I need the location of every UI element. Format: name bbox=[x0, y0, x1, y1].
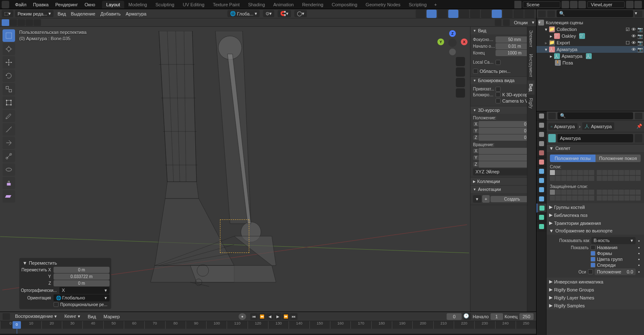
jump-start-icon[interactable]: ⏮ bbox=[250, 313, 258, 320]
tool-move[interactable] bbox=[3, 56, 15, 69]
props-options-icon[interactable] bbox=[635, 113, 642, 119]
ptab-viewlayer[interactable] bbox=[537, 130, 546, 139]
shading-rendered[interactable] bbox=[514, 10, 524, 18]
in-front-checkbox[interactable] bbox=[590, 263, 595, 268]
current-frame-field[interactable]: 0 bbox=[447, 313, 462, 320]
fake-user-icon[interactable] bbox=[635, 134, 642, 142]
cursor-ry-field[interactable]: 0° bbox=[479, 155, 534, 161]
section-skeleton[interactable]: ▼Скелет bbox=[547, 144, 644, 152]
xray-toggle[interactable] bbox=[470, 10, 480, 18]
play-icon[interactable]: ▶ bbox=[274, 313, 282, 320]
viewlayer-new-icon[interactable] bbox=[626, 1, 634, 8]
tool-cursor[interactable] bbox=[3, 43, 15, 55]
timeline-track[interactable] bbox=[0, 329, 536, 334]
menu-select[interactable]: Выделение bbox=[69, 11, 98, 16]
scene-new-icon[interactable] bbox=[562, 1, 569, 8]
shading-wireframe[interactable] bbox=[481, 10, 491, 18]
eye-icon[interactable]: 👁 bbox=[631, 27, 636, 32]
select-mode-box[interactable] bbox=[2, 19, 9, 26]
proportional-checkbox[interactable] bbox=[54, 302, 59, 307]
overlay-dropdown[interactable] bbox=[459, 10, 469, 18]
section-ik[interactable]: ▶Инверсная кинематика bbox=[547, 278, 644, 286]
section-bone-groups[interactable]: ▶Группы костей bbox=[547, 203, 644, 211]
transform-header[interactable]: ▼Переместить bbox=[21, 260, 110, 266]
menu-edit[interactable]: Правка bbox=[30, 2, 52, 7]
blender-logo-icon[interactable] bbox=[2, 1, 9, 8]
viewlayer-delete-icon[interactable] bbox=[634, 1, 642, 8]
scene-icon[interactable] bbox=[514, 1, 521, 8]
cursor-rx-field[interactable]: 0° bbox=[479, 148, 534, 154]
axis-y-icon[interactable]: Y bbox=[437, 39, 444, 45]
header-icon-2[interactable] bbox=[503, 19, 510, 26]
header-icon-1[interactable] bbox=[495, 19, 501, 26]
visibility-icon[interactable] bbox=[416, 10, 426, 18]
timeline-ruler[interactable]: 0 01020304050607080901001101201301401501… bbox=[0, 321, 536, 329]
section-viewport-display[interactable]: ▼Отображение во вьюпорте bbox=[547, 227, 644, 234]
timeline-keying[interactable]: Кеинг ▾ bbox=[62, 314, 83, 319]
crumb-data[interactable]: 人Арматура bbox=[582, 122, 614, 130]
end-frame-field[interactable]: 250 bbox=[519, 313, 534, 320]
props-search[interactable]: 🔍 bbox=[557, 112, 633, 119]
ptab-object[interactable] bbox=[537, 157, 546, 167]
3d-viewport[interactable]: Пользовательская перспектива (0) Арматур… bbox=[0, 27, 536, 312]
section-rigify-samples[interactable]: ▶Rigify Samples bbox=[547, 302, 644, 309]
render-icon[interactable]: 📷 bbox=[637, 47, 642, 52]
move-y-field[interactable]: 0.033722 m bbox=[54, 273, 110, 280]
tool-bone-size[interactable] bbox=[3, 150, 15, 162]
render-icon[interactable]: 📷 bbox=[637, 34, 642, 39]
timeline-view[interactable]: Вид bbox=[85, 314, 99, 319]
outliner-type-icon[interactable] bbox=[538, 10, 546, 17]
tool-extrude[interactable] bbox=[3, 177, 15, 189]
shading-dropdown[interactable] bbox=[524, 10, 534, 18]
rest-position-button[interactable]: Положение покоя bbox=[595, 155, 641, 162]
node-export[interactable]: ▸ 📁Export☐👁📷 bbox=[537, 39, 644, 46]
editor-type-dropdown[interactable]: ⬚▾ bbox=[2, 10, 13, 17]
tool-select-box[interactable] bbox=[3, 29, 15, 42]
outliner-search[interactable]: 🔍 bbox=[557, 10, 633, 17]
select-mode-invert[interactable] bbox=[26, 19, 33, 26]
clock-icon[interactable] bbox=[3, 313, 10, 320]
autokey-icon[interactable]: ● bbox=[239, 313, 246, 320]
jump-next-key-icon[interactable]: ⏩ bbox=[282, 313, 290, 320]
ptab-bone[interactable] bbox=[537, 213, 546, 222]
collection-check-icon[interactable]: ☑ bbox=[626, 27, 631, 32]
snap-to-checkbox[interactable] bbox=[496, 87, 501, 92]
cursor-y-field[interactable]: 0 m bbox=[479, 128, 534, 134]
options-dropdown[interactable]: Опции bbox=[511, 20, 530, 25]
jump-end-icon[interactable]: ⏭ bbox=[290, 313, 298, 320]
group-colors-checkbox[interactable] bbox=[590, 257, 595, 262]
section-collections[interactable]: ▶Коллекции bbox=[470, 178, 536, 185]
local-camera-checkbox[interactable] bbox=[496, 60, 501, 65]
scene-name-field[interactable]: Scene bbox=[523, 1, 560, 8]
annotation-add[interactable]: + bbox=[482, 195, 490, 203]
section-rigify-bg[interactable]: ▶Rigify Bone Groups bbox=[547, 286, 644, 294]
tab-geo[interactable]: Geometry Nodes bbox=[361, 1, 404, 8]
tab-rendering[interactable]: Rendering bbox=[298, 1, 327, 8]
menu-window[interactable]: Окно bbox=[81, 2, 99, 7]
navigation-gizmo[interactable]: Z X Y bbox=[440, 30, 465, 55]
lock-to-cursor-checkbox[interactable] bbox=[496, 92, 501, 97]
tab-animation[interactable]: Animation bbox=[269, 1, 298, 8]
axis-neg-z-icon[interactable] bbox=[449, 49, 456, 55]
frame-lock-icon[interactable]: 🕐 bbox=[463, 313, 471, 320]
eye-icon[interactable]: 👁 bbox=[631, 34, 636, 39]
outliner-display-icon[interactable] bbox=[547, 10, 555, 17]
gizmo-dropdown[interactable] bbox=[437, 10, 447, 18]
tab-uv[interactable]: UV Editing bbox=[179, 1, 209, 8]
render-region-checkbox[interactable] bbox=[473, 69, 478, 74]
tool-scale[interactable] bbox=[3, 83, 15, 95]
pan-icon[interactable] bbox=[456, 67, 465, 77]
ptab-render[interactable] bbox=[537, 111, 546, 121]
props-type-icon[interactable] bbox=[548, 113, 556, 119]
axis-x-icon[interactable]: X bbox=[461, 39, 468, 45]
crumb-object[interactable]: ▫Арматура bbox=[548, 123, 578, 130]
cursor-z-field[interactable]: 0 m bbox=[479, 134, 534, 141]
camera-icon[interactable] bbox=[456, 78, 465, 87]
armature-name-field[interactable] bbox=[557, 134, 633, 142]
section-pose-library[interactable]: ▶Библиотека поз bbox=[547, 211, 644, 219]
ptab-output[interactable] bbox=[537, 121, 546, 130]
move-z-field[interactable]: 0 m bbox=[54, 280, 110, 286]
ptab-particles[interactable] bbox=[537, 176, 546, 185]
viewlayer-icon[interactable] bbox=[578, 1, 586, 8]
tab-shading[interactable]: Shading bbox=[244, 1, 269, 8]
